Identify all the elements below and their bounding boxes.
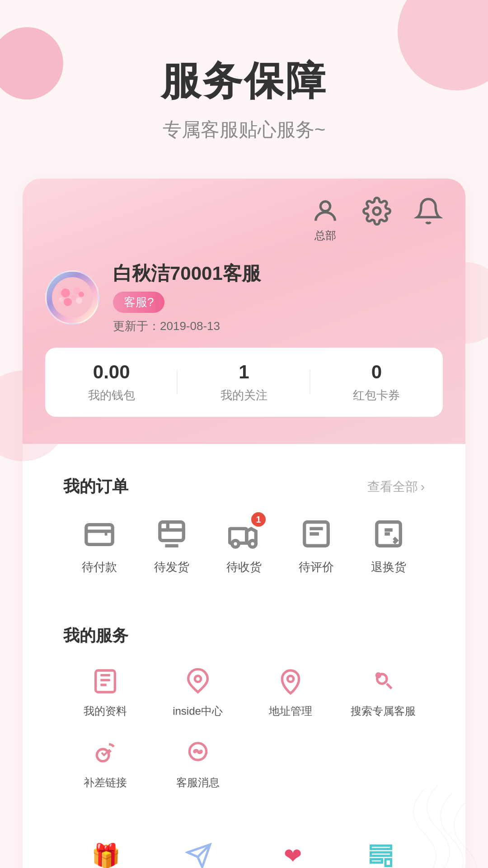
orders-card: 我的订单 查看全部 › 待付款 (45, 458, 443, 593)
inside-label: inside中心 (173, 704, 223, 718)
avatar-image (52, 277, 93, 318)
user-row: 白秋洁70001客服 客服? 更新于：2019-08-13 (45, 261, 443, 334)
svg-rect-10 (86, 525, 113, 545)
chevron-right-icon: › (421, 480, 425, 494)
cs-message-icon-svg (183, 738, 212, 767)
share-icon (183, 840, 215, 868)
order-pending-receive[interactable]: 1 待收货 (226, 516, 262, 575)
svg-point-13 (232, 541, 239, 547)
extra-wishlist[interactable]: ❤ 心愿榜 (275, 840, 310, 868)
follow-label: 我的关注 (221, 387, 267, 403)
cs-message-icon (182, 736, 214, 769)
inside-icon-svg (183, 667, 212, 696)
service-address[interactable]: 地址管理 (249, 665, 332, 718)
service-supplement[interactable]: 补差链接 (63, 736, 147, 790)
person-icon (311, 197, 340, 226)
main-card: 总部 (23, 179, 465, 868)
return-icon-wrap (371, 516, 407, 552)
return-label: 退换货 (371, 559, 406, 575)
pending-review-icon-wrap (298, 516, 334, 552)
settings-button[interactable] (362, 197, 391, 226)
bell-icon (414, 197, 443, 226)
profile-icon-svg (91, 667, 120, 696)
order-pending-review[interactable]: 待评价 (298, 516, 334, 575)
stat-wallet[interactable]: 0.00 我的钱包 (45, 361, 178, 403)
pending-receive-label: 待收货 (226, 559, 262, 575)
service-inside[interactable]: inside中心 (156, 665, 239, 718)
service-search-cs[interactable]: 搜索专属客服 (341, 665, 425, 718)
svg-point-8 (59, 297, 63, 302)
stat-follow[interactable]: 1 我的关注 (178, 361, 310, 403)
review-order-icon (300, 518, 332, 550)
svg-point-19 (287, 676, 293, 682)
user-info: 白秋洁70001客服 客服? 更新于：2019-08-13 (113, 261, 261, 334)
avatar (45, 270, 99, 325)
extra-blind-box[interactable]: 🎁 盲盒 (90, 840, 122, 868)
wave-decoration (352, 780, 488, 868)
address-label: 地址管理 (269, 704, 312, 718)
address-icon-svg (276, 667, 305, 696)
follow-value: 1 (239, 361, 249, 383)
service-myprofile[interactable]: 我的资料 (63, 665, 147, 718)
wishlist-icon: ❤ (277, 840, 309, 868)
user-badge: 客服? (113, 292, 164, 313)
address-icon (274, 665, 307, 698)
service-cs-message[interactable]: 客服消息 (156, 736, 239, 790)
myprofile-label: 我的资料 (84, 704, 127, 718)
page-title: 服务保障 (27, 54, 461, 108)
share-icon-svg (185, 842, 212, 868)
svg-point-24 (194, 751, 196, 752)
search-cs-icon-svg (369, 667, 398, 696)
search-cs-icon (367, 665, 399, 698)
box-order-icon (156, 518, 188, 550)
stats-row: 0.00 我的钱包 1 我的关注 0 红包卡券 (45, 348, 443, 417)
pending-pay-icon-wrap (81, 516, 117, 552)
svg-point-5 (76, 297, 82, 304)
order-return[interactable]: 退换货 (371, 516, 407, 575)
wallet-label: 我的钱包 (88, 387, 135, 403)
top-icons-row: 总部 (45, 197, 443, 243)
svg-point-1 (373, 208, 380, 215)
page-subtitle: 专属客服贴心服务~ (27, 117, 461, 142)
header-section: 服务保障 专属客服贴心服务~ (0, 0, 488, 170)
wallet-order-icon (84, 518, 115, 550)
search-cs-label: 搜索专属客服 (351, 704, 416, 718)
pending-receive-icon-wrap: 1 (226, 516, 262, 552)
inside-icon (182, 665, 214, 698)
user-name: 白秋洁70001客服 (113, 261, 261, 286)
orders-icons-row: 待付款 待发货 (63, 516, 425, 575)
supplement-icon-svg (91, 738, 120, 767)
pending-review-label: 待评价 (299, 559, 334, 575)
profile-section: 总部 (23, 179, 465, 444)
orders-header: 我的订单 查看全部 › (63, 476, 425, 498)
order-pending-ship[interactable]: 待发货 (154, 516, 190, 575)
extra-share[interactable]: 分享好友 (175, 840, 222, 868)
order-pending-pay[interactable]: 待付款 (81, 516, 117, 575)
pending-receive-badge: 1 (251, 512, 266, 527)
svg-point-14 (249, 541, 256, 547)
services-header: 我的服务 (63, 625, 425, 647)
settings-icon (362, 197, 391, 226)
pending-ship-label: 待发货 (154, 559, 189, 575)
svg-point-7 (71, 295, 76, 300)
pending-ship-icon-wrap (154, 516, 190, 552)
services-title: 我的服务 (63, 625, 128, 647)
pending-pay-label: 待付款 (82, 559, 117, 575)
return-order-icon (373, 518, 404, 550)
cs-message-label: 客服消息 (176, 775, 220, 790)
stat-coupons[interactable]: 0 红包卡券 (310, 361, 443, 403)
services-card: 我的服务 我的资料 (45, 607, 443, 808)
update-date: 更新于：2019-08-13 (113, 318, 261, 334)
svg-point-21 (376, 674, 380, 677)
coupons-label: 红包卡券 (353, 387, 400, 403)
svg-point-0 (320, 202, 330, 211)
supplement-label: 补差链接 (84, 775, 127, 790)
svg-point-6 (64, 298, 72, 306)
view-all-orders-button[interactable]: 查看全部 › (367, 478, 425, 495)
svg-point-3 (61, 288, 70, 297)
bell-button[interactable] (414, 197, 443, 226)
headquarters-button[interactable]: 总部 (311, 197, 340, 243)
supplement-icon (89, 736, 122, 769)
myprofile-icon (89, 665, 122, 698)
orders-title: 我的订单 (63, 476, 128, 498)
